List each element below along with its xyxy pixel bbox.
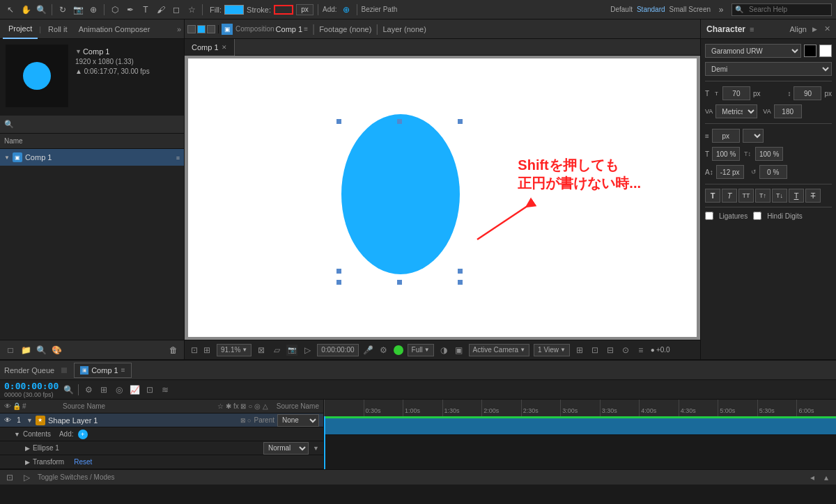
timeline-timecode[interactable]: 0:00:00:00 (4, 381, 59, 391)
stroke-width-input[interactable] (296, 4, 314, 15)
nav-icon-1[interactable] (187, 25, 196, 33)
timeline-playhead-line[interactable] (324, 416, 325, 469)
tl-graph-icon[interactable]: 📈 (129, 384, 140, 395)
zoom-tool-icon[interactable]: 🔍 (35, 3, 47, 16)
selection-handle-tr[interactable] (458, 119, 463, 124)
unit-input[interactable] (712, 129, 740, 143)
comp-timeline-tab[interactable]: ▣ Comp 1 ≡ (74, 363, 131, 378)
style-strike-btn[interactable]: T (805, 189, 821, 203)
fill-color-swatch[interactable] (224, 5, 244, 15)
tl-bottom-icon-1[interactable]: ⊡ (4, 472, 15, 483)
tl-settings-icon[interactable]: ⚙ (83, 384, 94, 395)
baseline-input[interactable] (716, 165, 744, 179)
comp-tab-menu-icon[interactable]: ≡ (304, 25, 308, 33)
comp-alpha-icon[interactable]: ◑ (438, 345, 449, 356)
comp-render-icon[interactable]: ▷ (302, 345, 313, 356)
comp-timecode[interactable]: 0:00:00:00 (317, 344, 358, 356)
scale-h-input[interactable] (712, 147, 740, 161)
comp-rulers-icon[interactable]: ▱ (271, 345, 282, 356)
switch-1[interactable]: ⊠ (240, 417, 246, 424)
style-bold-btn[interactable]: T (705, 189, 720, 203)
tl-solo-icon[interactable]: ◎ (114, 384, 125, 395)
render-queue-icon[interactable] (61, 368, 67, 373)
pen-tool-icon[interactable]: ✒ (124, 3, 137, 16)
hand-tool-icon[interactable]: ✋ (20, 3, 32, 16)
selection-handle-mr[interactable] (458, 269, 463, 274)
scale-v-input[interactable] (755, 147, 783, 161)
eraser-tool-icon[interactable]: ◻ (170, 3, 183, 16)
comp-channel-icon[interactable]: ▣ (454, 345, 465, 356)
camera-dropdown[interactable]: Active Camera ▼ (469, 344, 530, 356)
tl-compose-icon[interactable]: ⊞ (98, 384, 109, 395)
tl-bottom-expand-icon[interactable]: ▴ (821, 472, 832, 483)
comp-timeline-menu-icon[interactable]: ≡ (121, 366, 125, 374)
search-help-input[interactable] (745, 3, 828, 16)
animation-composer-tab[interactable]: Animation Composer (73, 19, 156, 39)
style-caps-btn[interactable]: TT (738, 189, 754, 203)
contents-expand[interactable]: ▼ (14, 431, 20, 438)
add-content-btn[interactable]: + (78, 430, 88, 439)
tl-3d-icon[interactable]: ⊡ (144, 384, 155, 395)
text-tool-icon[interactable]: T (139, 3, 152, 16)
tl-bottom-navigate-icon[interactable]: ◂ (807, 472, 818, 483)
comp-guides-icon[interactable]: ⊟ (605, 345, 616, 356)
tl-bottom-icon-2[interactable]: ▷ (21, 472, 32, 483)
canvas-area[interactable]: Shiftを押しても 正円が書けない時... (185, 56, 700, 340)
project-search-input[interactable] (17, 120, 156, 129)
font-size-input[interactable] (722, 86, 750, 100)
layer-1-row[interactable]: 👁 1 ▼ ★ Shape Layer 1 ⊠ ○ Parent None (0, 414, 323, 427)
line-height-input[interactable] (794, 86, 821, 100)
more-options-icon[interactable]: » (715, 3, 727, 16)
search-bottom-icon[interactable]: 🔍 (35, 344, 47, 356)
tl-search-icon[interactable]: 🔍 (63, 384, 74, 395)
camera-tool-icon[interactable]: 📷 (72, 3, 84, 16)
comp-3d-icon[interactable]: ⊡ (589, 345, 601, 356)
comp-settings-icon[interactable]: ⚙ (378, 345, 389, 356)
layer-1-track[interactable] (324, 418, 836, 435)
ligatures-checkbox[interactable] (705, 212, 713, 220)
font-color-white-swatch[interactable] (819, 45, 832, 57)
stroke-color-swatch[interactable] (274, 5, 293, 15)
ellipse-expand[interactable]: ▶ (25, 445, 30, 452)
style-super-btn[interactable]: T↓ (772, 189, 787, 203)
ellipse-mode-select[interactable]: Normal (263, 442, 309, 455)
hindi-digits-checkbox[interactable] (753, 212, 761, 220)
char-menu-icon[interactable]: ≡ (750, 25, 754, 33)
rotation-input[interactable] (759, 165, 787, 179)
selection-handle-ml[interactable] (336, 269, 341, 274)
comp-align-icon[interactable]: ≡ (635, 345, 647, 356)
font-family-select[interactable]: Garamond URW (705, 44, 801, 58)
layer-1-eye[interactable]: 👁 (4, 416, 11, 424)
selection-handle-bl[interactable] (336, 280, 341, 285)
nav-icon-3[interactable] (207, 25, 215, 33)
comp-safe-zones-icon[interactable]: ⊠ (256, 345, 267, 356)
selection-handle-tm[interactable] (397, 119, 402, 124)
brush-tool-icon[interactable]: 🖌 (155, 3, 167, 16)
comp-snapping-icon[interactable]: ⊙ (620, 345, 631, 356)
nav-icon-2[interactable] (197, 25, 206, 33)
layer-1-parent-select[interactable]: None (277, 414, 319, 427)
transform-expand[interactable]: ▶ (25, 459, 30, 466)
comp-grid-icon[interactable]: ⊞ (201, 345, 212, 356)
delete-icon[interactable]: 🗑 (167, 344, 180, 356)
tl-motion-blur-icon[interactable]: ≋ (160, 384, 171, 395)
rotation-tool-icon[interactable]: ↻ (56, 3, 69, 16)
comp-camera-icon[interactable]: 📷 (286, 345, 297, 356)
add-icon[interactable]: ⊕ (340, 3, 353, 16)
arrow-tool-icon[interactable]: ↖ (4, 3, 17, 16)
project-list-item[interactable]: ▼ ▣ Comp 1 ≡ (0, 149, 184, 166)
zoom-dropdown[interactable]: 91.1% ▼ (217, 344, 251, 356)
comp-snap-icon[interactable]: ⊡ (189, 345, 200, 356)
roll-it-tab[interactable]: Roll it (42, 19, 73, 39)
char-close-icon[interactable]: ✕ (824, 24, 830, 33)
selection-handle-br[interactable] (458, 280, 463, 285)
puppet-tool-icon[interactable]: ☆ (185, 3, 198, 16)
metrics-select[interactable]: Metrics (715, 104, 757, 118)
project-tab[interactable]: Project (3, 19, 38, 39)
comp-close-icon[interactable]: ✕ (222, 44, 227, 51)
panel-menu-icon[interactable]: » (177, 25, 181, 33)
color-icon[interactable]: 🎨 (50, 344, 63, 356)
style-smallcaps-btn[interactable]: T↑ (755, 189, 771, 203)
style-italic-btn[interactable]: T (722, 189, 737, 203)
kerning-input[interactable] (774, 104, 802, 118)
